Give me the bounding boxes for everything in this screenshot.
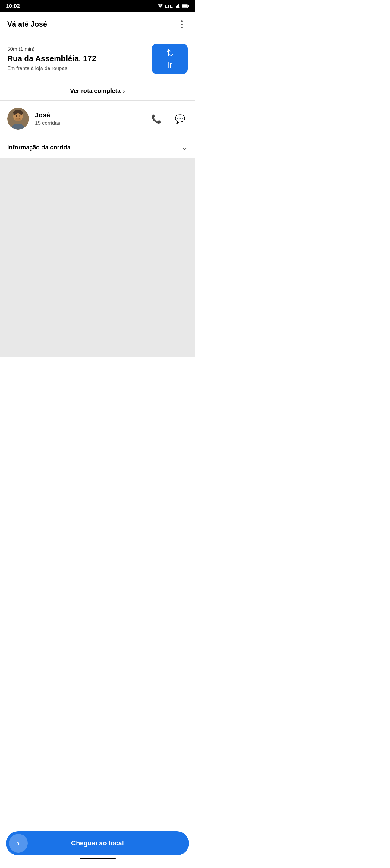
- driver-name: José: [35, 111, 143, 119]
- svg-rect-3: [178, 4, 179, 8]
- go-button[interactable]: ⇅ Ir: [152, 44, 188, 74]
- wifi-icon: [157, 4, 163, 8]
- chevron-right-icon: ›: [123, 87, 125, 94]
- call-driver-button[interactable]: 📞: [149, 112, 164, 126]
- go-button-label: Ir: [167, 60, 172, 70]
- battery-icon: [182, 4, 189, 8]
- svg-rect-1: [176, 6, 177, 8]
- nav-info: 50m (1 min) Rua da Assembléia, 172 Em fr…: [7, 46, 146, 71]
- svg-rect-0: [175, 7, 175, 8]
- chevron-down-icon: ⌄: [182, 143, 188, 152]
- nav-address: Rua da Assembléia, 172: [7, 54, 146, 63]
- more-options-button[interactable]: [176, 18, 188, 30]
- route-link-label: Ver rota completa: [70, 87, 121, 94]
- phone-icon: 📞: [151, 114, 161, 124]
- status-bar: 10:02 LTE: [0, 0, 195, 12]
- svg-rect-2: [177, 5, 178, 8]
- status-time: 10:02: [6, 3, 20, 9]
- svg-point-13: [16, 116, 17, 117]
- driver-photo: [7, 108, 29, 130]
- chat-icon: 💬: [175, 114, 185, 124]
- driver-trips: 15 corridas: [35, 120, 143, 126]
- page-title: Vá até José: [7, 20, 47, 28]
- map-area: [0, 158, 195, 357]
- svg-point-14: [19, 116, 21, 117]
- nav-duration: 50m (1 min): [7, 46, 146, 52]
- ride-info-title: Informação da corrida: [7, 144, 70, 151]
- svg-rect-4: [179, 7, 180, 8]
- message-driver-button[interactable]: 💬: [172, 112, 188, 126]
- signal-icon: [175, 4, 180, 8]
- lte-icon: LTE: [165, 4, 173, 8]
- view-full-route-link[interactable]: Ver rota completa ›: [0, 82, 195, 101]
- driver-avatar: [7, 108, 29, 130]
- driver-section: José 15 corridas 📞 💬: [0, 101, 195, 137]
- svg-rect-6: [188, 5, 189, 7]
- nav-hint: Em frente à loja de roupas: [7, 65, 146, 71]
- driver-actions: 📞 💬: [149, 112, 188, 126]
- navigation-section: 50m (1 min) Rua da Assembléia, 172 Em fr…: [0, 36, 195, 82]
- driver-info: José 15 corridas: [35, 111, 143, 126]
- header: Vá até José: [0, 12, 195, 36]
- status-icons: LTE: [157, 4, 189, 8]
- svg-point-15: [15, 118, 21, 121]
- svg-rect-7: [182, 5, 187, 7]
- ride-info-section[interactable]: Informação da corrida ⌄: [0, 137, 195, 158]
- more-options-icon: [181, 21, 183, 28]
- navigation-arrows-icon: ⇅: [167, 48, 173, 58]
